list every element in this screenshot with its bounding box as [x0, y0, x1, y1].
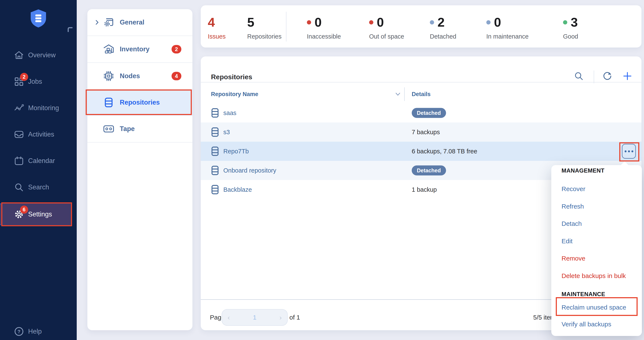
status-dot: [307, 20, 311, 24]
current-page-number[interactable]: 1: [253, 314, 256, 321]
repositories-database-icon: [103, 97, 114, 108]
column-divider[interactable]: [404, 87, 405, 101]
sidebar-item-jobs[interactable]: 2 Jobs: [0, 70, 77, 93]
general-window-gear-icon: [103, 17, 114, 28]
menu-item-refresh[interactable]: Refresh: [562, 202, 584, 211]
previous-page-chevron-icon[interactable]: ‹: [228, 314, 230, 321]
stat-detached: 2 Detached: [430, 16, 456, 40]
stat-value: 2: [438, 16, 444, 29]
chevron-right-icon[interactable]: [94, 19, 100, 26]
repository-name[interactable]: Backblaze: [223, 186, 252, 193]
sidebar-item-label: Activities: [28, 130, 54, 138]
stat-in-maintenance: 0 In maintenance: [486, 16, 528, 40]
sidebar-item-label: Calendar: [28, 157, 55, 165]
table-refresh-button[interactable]: [602, 70, 613, 82]
sidebar-item-label: Jobs: [28, 78, 42, 86]
sidebar-item-search[interactable]: Search: [0, 176, 77, 198]
stat-value: 0: [314, 16, 322, 29]
shield-logo-icon: [28, 8, 48, 28]
stat-repositories-total: 5 Repositories: [247, 16, 282, 40]
repository-name[interactable]: s3: [223, 129, 230, 136]
stat-label: Repositories: [247, 33, 282, 40]
row-actions-ellipsis-button[interactable]: [622, 144, 636, 159]
sort-chevron-down-icon[interactable]: [394, 92, 402, 97]
menu-item-remove[interactable]: Remove: [562, 254, 586, 263]
subnav-item-label: Tape: [120, 125, 135, 133]
repository-details: 7 backups: [412, 129, 440, 136]
stat-label: Inaccessible: [307, 33, 341, 40]
repository-name[interactable]: Repo7Tb: [223, 148, 249, 155]
stat-issues: 4 Issues: [208, 16, 226, 40]
column-header-name[interactable]: Repository Name: [211, 91, 258, 98]
sidebar-item-label: Search: [28, 184, 49, 191]
search-icon: [574, 71, 584, 81]
subnav-item-label: Nodes: [120, 72, 140, 80]
repository-actions-menu: MANAGEMENT Recover Refresh Detach Edit R…: [551, 165, 642, 336]
menu-item-delete-backups-in-bulk[interactable]: Delete backups in bulk: [562, 271, 626, 280]
pagination-of-label: of 1: [290, 314, 300, 321]
stats-divider: [286, 12, 286, 42]
sidebar-item-monitoring[interactable]: Monitoring: [0, 97, 77, 119]
detached-status-badge: Detached: [412, 166, 446, 176]
stat-label: In maintenance: [486, 33, 528, 40]
stat-value: 5: [247, 16, 254, 29]
calendar-icon: [14, 156, 24, 166]
help-icon: ?: [14, 326, 24, 337]
menu-item-verify-all-backups[interactable]: Verify all backups: [562, 320, 611, 329]
home-icon: [14, 50, 24, 60]
repository-icon: [211, 166, 219, 175]
inventory-badge: 2: [172, 45, 181, 54]
activities-inbox-icon: [14, 129, 24, 140]
sidebar-item-label: Help: [28, 328, 42, 335]
inventory-warehouse-icon: [103, 44, 114, 55]
sidebar-item-overview[interactable]: Overview: [0, 44, 77, 66]
next-page-chevron-icon[interactable]: ›: [280, 314, 282, 321]
table-search-button[interactable]: [573, 70, 585, 82]
table-row-s3[interactable]: s3 7 backups: [201, 122, 642, 142]
menu-item-edit[interactable]: Edit: [562, 236, 572, 246]
subnav-item-tape[interactable]: Tape: [87, 116, 192, 142]
sidebar-item-label: Monitoring: [28, 104, 59, 112]
status-dot: [369, 20, 373, 24]
toolbar-divider: [594, 70, 594, 83]
sidebar-item-settings[interactable]: 6 Settings: [0, 203, 72, 226]
svg-text:?: ?: [18, 329, 20, 334]
subnav-item-label: Repositories: [120, 99, 160, 106]
menu-section-maintenance: MAINTENANCE: [562, 290, 605, 299]
sidebar-item-calendar[interactable]: Calendar: [0, 150, 77, 172]
repository-name[interactable]: saas: [223, 110, 236, 116]
repository-name[interactable]: Onboard repository: [223, 167, 276, 174]
panel-header-divider: [201, 82, 642, 82]
app-logo[interactable]: [0, 8, 77, 28]
stat-value: 4: [208, 16, 215, 29]
primary-sidebar: Overview 2 Jobs Monitoring Activities Ca…: [0, 0, 77, 340]
stat-value: 0: [494, 16, 501, 29]
table-row-saas[interactable]: saas Detached: [201, 103, 642, 122]
subnav-item-nodes[interactable]: Nodes 4: [87, 63, 192, 89]
nodes-badge: 4: [172, 72, 181, 80]
sidebar-item-activities[interactable]: Activities: [0, 123, 77, 146]
table-row-repo7tb[interactable]: Repo7Tb 6 backups, 7.08 TB free: [201, 142, 642, 161]
detached-status-badge: Detached: [412, 108, 446, 118]
menu-item-detach[interactable]: Detach: [562, 219, 582, 228]
tape-cassette-icon: [103, 123, 114, 134]
panel-title: Repositories: [211, 73, 252, 81]
stat-inaccessible: 0 Inaccessible: [307, 16, 341, 40]
stat-label: Good: [563, 33, 578, 40]
add-repository-button[interactable]: [622, 70, 633, 82]
monitoring-chart-icon: [14, 103, 24, 113]
sidebar-collapse-handle-icon[interactable]: [67, 27, 73, 32]
sidebar-item-label: Overview: [28, 51, 56, 59]
subnav-item-general[interactable]: General: [87, 9, 192, 36]
settings-badge: 6: [20, 206, 28, 214]
sidebar-item-help[interactable]: ? Help: [0, 320, 77, 340]
menu-item-recover[interactable]: Recover: [562, 184, 586, 194]
subnav-item-label: General: [120, 18, 144, 26]
stat-value: 3: [571, 16, 578, 29]
subnav-item-inventory[interactable]: Inventory 2: [87, 36, 192, 63]
menu-item-reclaim-unused-space[interactable]: Reclaim unused space: [562, 303, 626, 312]
repositories-summary-bar: 4 Issues 5 Repositories 0 Inaccessible 0…: [201, 5, 642, 48]
menu-section-management: MANAGEMENT: [562, 166, 604, 175]
column-header-details[interactable]: Details: [412, 91, 431, 98]
subnav-item-repositories[interactable]: Repositories: [87, 89, 192, 116]
